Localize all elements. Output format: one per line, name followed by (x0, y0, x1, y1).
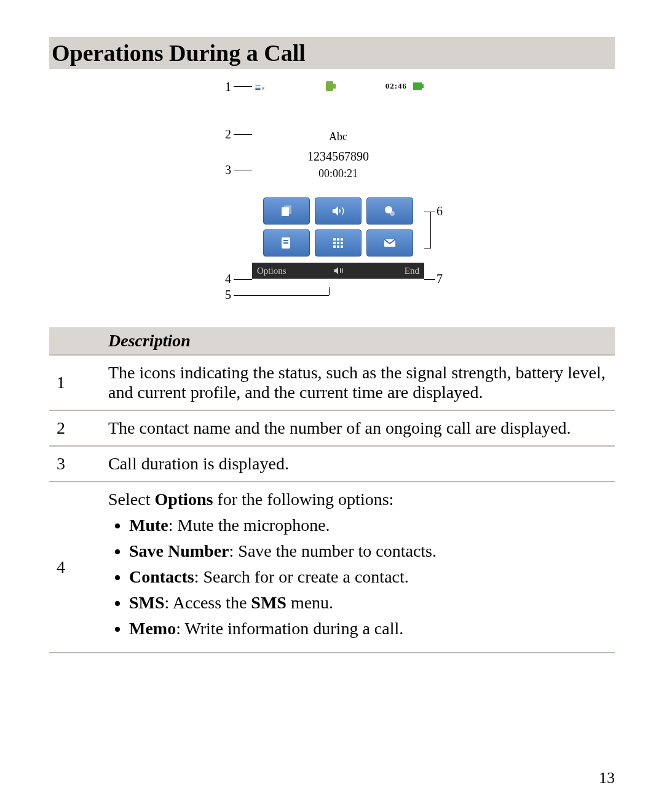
list-item: Contacts: Search for or create a contact… (129, 567, 607, 587)
text: : Write information during a call. (176, 619, 403, 638)
message-button[interactable] (366, 229, 413, 257)
softkey-mute[interactable] (333, 265, 344, 277)
text: for the following options: (213, 490, 393, 509)
row-num: 1 (49, 355, 101, 410)
phone-screen: ≣ₓ 02:46 Abc 1234567890 00:00:21 (252, 81, 424, 287)
bold: Memo (129, 619, 176, 638)
svg-rect-8 (337, 238, 339, 241)
status-time: 02:46 (385, 81, 407, 91)
envelope-icon (382, 236, 397, 250)
callout-2: 2 (225, 127, 231, 141)
table-header-blank (49, 327, 101, 355)
keypad-button[interactable] (315, 229, 362, 257)
svg-rect-14 (337, 245, 339, 248)
callout-4: 4 (225, 272, 231, 286)
row-text: The icons indicating the status, such as… (101, 355, 615, 410)
description-table: Description 1 The icons indicating the s… (49, 327, 615, 653)
svg-rect-15 (341, 245, 343, 248)
bold: Options (154, 490, 213, 509)
svg-point-3 (390, 211, 395, 216)
speaker-icon (331, 204, 346, 218)
row-num: 2 (49, 410, 101, 446)
list-item: SMS: Access the SMS menu. (129, 593, 607, 613)
callout-1: 1 (225, 80, 231, 94)
text: : Save the number to contacts. (229, 541, 437, 560)
callout-6: 6 (437, 204, 443, 218)
table-row: 2 The contact name and the number of an … (49, 410, 615, 446)
svg-rect-1 (284, 205, 291, 214)
svg-rect-5 (283, 240, 288, 241)
row-num: 4 (49, 482, 101, 653)
keypad-icon (331, 236, 346, 250)
mute-icon (333, 265, 344, 276)
svg-rect-7 (333, 238, 336, 241)
softkey-options[interactable]: Options (257, 266, 287, 276)
status-bar: ≣ₓ 02:46 (252, 81, 424, 94)
table-row: 4 Select Options for the following optio… (49, 482, 615, 653)
bold: Mute (129, 515, 168, 535)
callout-7: 7 (437, 272, 443, 286)
phone-diagram: 1 2 3 4 5 6 7 ≣ₓ 02:46 Abc 1234567890 (160, 81, 504, 315)
svg-rect-9 (341, 238, 343, 241)
callout-3: 3 (225, 163, 231, 177)
svg-rect-13 (333, 245, 336, 248)
svg-rect-6 (283, 242, 288, 244)
list-item: Mute: Mute the microphone. (129, 515, 607, 535)
table-header-description: Description (101, 327, 615, 355)
section-title: Operations During a Call (49, 37, 615, 69)
record-icon (382, 204, 397, 218)
text: : Mute the microphone. (168, 515, 330, 535)
svg-rect-18 (342, 269, 343, 274)
options-list: Mute: Mute the microphone. Save Number: … (108, 515, 607, 639)
bold: Contacts (129, 567, 194, 586)
contact-number: 1234567890 (252, 149, 424, 164)
signal-icon: ≣ₓ (255, 82, 265, 92)
svg-rect-17 (340, 269, 341, 274)
callout-5: 5 (225, 288, 231, 302)
bold: SMS (129, 593, 165, 612)
profile-icon (326, 81, 333, 91)
record-button[interactable] (366, 197, 413, 225)
row-text: The contact name and the number of an on… (101, 410, 615, 446)
svg-rect-10 (333, 242, 336, 244)
softkey-end[interactable]: End (405, 266, 419, 276)
list-item: Save Number: Save the number to contacts… (129, 541, 607, 561)
in-call-buttons (252, 197, 424, 257)
softkey-bar: Options End (252, 263, 424, 279)
row-text: Call duration is displayed. (101, 446, 615, 482)
text: : Search for or create a contact. (194, 567, 409, 586)
text: Select (108, 490, 154, 509)
contacts-button[interactable] (263, 229, 310, 257)
page-number: 13 (599, 769, 615, 787)
row-num: 3 (49, 446, 101, 482)
svg-rect-11 (337, 242, 339, 244)
table-row: 1 The icons indicating the status, such … (49, 355, 615, 410)
bold: SMS (251, 593, 287, 612)
contacts-icon (279, 236, 294, 250)
list-item: Memo: Write information during a call. (129, 619, 607, 639)
text: : Access the (165, 593, 251, 612)
battery-icon (413, 82, 422, 90)
speaker-button[interactable] (315, 197, 362, 225)
svg-rect-12 (341, 242, 343, 244)
hold-button[interactable] (263, 197, 310, 225)
cards-icon (279, 204, 294, 218)
table-row: 3 Call duration is displayed. (49, 446, 615, 482)
call-duration: 00:00:21 (252, 167, 424, 180)
row-text: Select Options for the following options… (101, 482, 615, 653)
contact-name: Abc (252, 130, 424, 143)
bold: Save Number (129, 541, 229, 560)
text: menu. (287, 593, 333, 612)
